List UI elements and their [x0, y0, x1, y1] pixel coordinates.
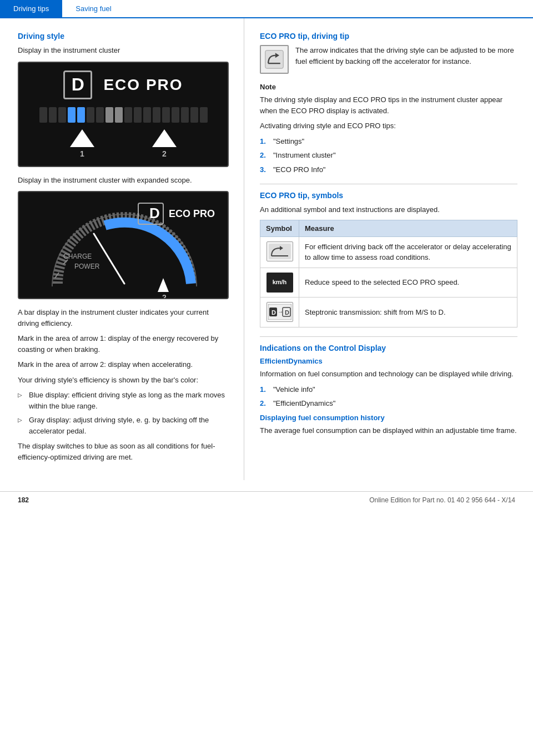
copyright-text: Online Edition for Part no. 01 40 2 956 … — [369, 496, 515, 504]
para-arrow1: Mark in the area of arrow 1: display of … — [18, 333, 230, 355]
symbols-table: Symbol Measure — [260, 220, 517, 328]
symbols-title: ECO PRO tip, symbols — [260, 191, 517, 200]
symbol-2: km/h — [260, 268, 299, 297]
cluster-2-svg: CHARGE POWER D ECO PRO 2 — [19, 192, 229, 299]
indications-section: Indications on the Control Display Effic… — [260, 344, 517, 436]
svg-text:ECO PRO: ECO PRO — [169, 208, 215, 219]
left-column: Driving style Display in the instrument … — [0, 18, 244, 480]
tip-arrow-svg — [264, 49, 284, 69]
table-row-1: For efficient driving back off the accel… — [260, 236, 517, 268]
sym-svg-3: D → D — [268, 304, 291, 320]
activating-title: Activating driving style and ECO PRO tip… — [260, 120, 517, 132]
sym-icon-1 — [266, 241, 293, 261]
arrow-1-container: 1 — [70, 129, 94, 158]
fuel-history-title: Displaying fuel consumption history — [260, 414, 517, 422]
cluster-image-2: CHARGE POWER D ECO PRO 2 — [18, 191, 229, 299]
arrow-2-up — [152, 129, 177, 147]
para-bar-display: A bar display in the instrument cluster … — [18, 307, 230, 329]
right-column: ECO PRO tip, driving tip The arrow indic… — [244, 18, 533, 480]
divider-1 — [260, 184, 517, 184]
col-measure: Measure — [299, 220, 517, 236]
tab-driving-tips[interactable]: Driving tips — [0, 0, 62, 17]
eff-step-1: 1."Vehicle info" — [260, 384, 517, 395]
cluster1-caption: Display in the instrument cluster — [18, 45, 230, 56]
symbol-3: D → D — [260, 297, 299, 327]
measure-3: Steptronic transmission: shift from M/S … — [299, 297, 517, 327]
note-title: Note — [260, 83, 517, 91]
efficient-steps: 1."Vehicle info" 2."EfficientDynamics" — [260, 384, 517, 409]
col-symbol: Symbol — [260, 220, 299, 236]
gear-indicator: D — [63, 70, 92, 99]
arrow-2-container: 2 — [152, 129, 177, 158]
page-number: 182 — [18, 496, 29, 504]
sym-svg-1 — [269, 244, 291, 259]
bullet-list: Blue display: efficient driving style as… — [18, 390, 230, 436]
para-arrow2: Mark in the area of arrow 2: display whe… — [18, 359, 230, 370]
arrow-1-up — [70, 129, 94, 147]
table-row-2: km/h Reduce speed to the selected ECO PR… — [260, 268, 517, 297]
arrow-1-label: 1 — [80, 149, 84, 158]
efficient-dynamics-subsection: EfficientDynamics Information on fuel co… — [260, 357, 517, 409]
efficient-dynamics-text: Information on fuel consumption and tech… — [260, 369, 517, 380]
para-color: Your driving style's efficiency is shown… — [18, 375, 230, 386]
tip-icon-arrow — [260, 45, 289, 74]
svg-line-5 — [94, 234, 124, 284]
eff-step-2: 2."EfficientDynamics" — [260, 398, 517, 409]
cluster2-caption: Display in the instrument cluster with e… — [18, 175, 230, 186]
tab-saving-fuel[interactable]: Saving fuel — [62, 0, 124, 17]
measure-1: For efficient driving back off the accel… — [299, 236, 517, 268]
activating-steps: 1."Settings" 2."Instrument cluster" 3."E… — [260, 136, 517, 175]
tip-text: The arrow indicates that the driving sty… — [295, 45, 517, 67]
main-content: Driving style Display in the instrument … — [0, 18, 533, 480]
step-2: 2."Instrument cluster" — [260, 150, 517, 161]
fuel-history-text: The average fuel consumption can be disp… — [260, 425, 517, 436]
svg-text:D: D — [285, 309, 289, 316]
svg-text:D: D — [149, 205, 160, 221]
note-text: The driving style display and ECO PRO ti… — [260, 94, 517, 116]
bullet-gray: Gray display: adjust driving style, e. g… — [18, 415, 230, 436]
top-navigation: Driving tips Saving fuel — [0, 0, 533, 18]
table-row-3: D → D Steptronic transmission: shift fro… — [260, 297, 517, 327]
para-final: The display switches to blue as soon as … — [18, 441, 230, 462]
tip-box: The arrow indicates that the driving sty… — [260, 45, 517, 74]
note-section: Note The driving style display and ECO P… — [260, 83, 517, 175]
svg-text:D: D — [271, 309, 276, 316]
svg-marker-6 — [158, 278, 169, 292]
divider-2 — [260, 336, 517, 337]
sym-shift: D → D — [266, 302, 293, 322]
eco-tip-title: ECO PRO tip, driving tip — [260, 32, 517, 41]
bottom-bar: 182 Online Edition for Part no. 01 40 2 … — [0, 491, 533, 508]
cluster-image-1: D ECO PRO — [18, 62, 229, 167]
symbol-1 — [260, 236, 299, 268]
arrow-2-label: 2 — [162, 149, 167, 158]
step-1: 1."Settings" — [260, 136, 517, 147]
svg-text:POWER: POWER — [74, 263, 100, 270]
eco-pro-label: ECO PRO — [103, 76, 183, 94]
svg-text:2: 2 — [162, 293, 167, 299]
sym-kmh: km/h — [266, 273, 293, 293]
measure-2: Reduce speed to the selected ECO PRO spe… — [299, 268, 517, 297]
efficient-dynamics-title: EfficientDynamics — [260, 357, 517, 365]
svg-text:CHARGE: CHARGE — [63, 253, 92, 260]
bar-display-1 — [39, 107, 208, 123]
svg-rect-10 — [265, 51, 283, 68]
bullet-blue: Blue display: efficient driving style as… — [18, 390, 230, 411]
driving-style-title: Driving style — [18, 32, 230, 41]
indications-title: Indications on the Control Display — [260, 344, 517, 352]
symbols-intro: An additional symbol and text instructio… — [260, 204, 517, 215]
step-3: 3."ECO PRO Info" — [260, 164, 517, 175]
